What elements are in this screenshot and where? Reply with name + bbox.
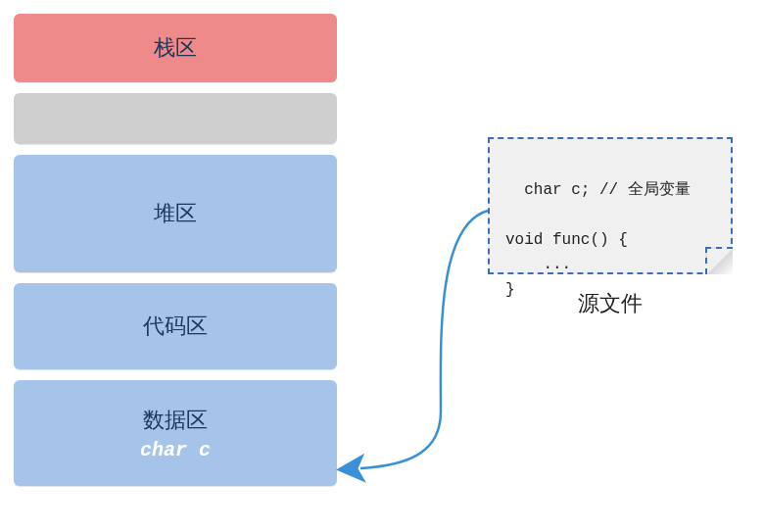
source-code: char c; // 全局变量 void func() { ... } bbox=[505, 181, 691, 299]
source-file-label: 源文件 bbox=[488, 289, 733, 318]
source-file-box: char c; // 全局变量 void func() { ... } bbox=[488, 137, 733, 274]
code-region: 代码区 bbox=[14, 283, 337, 369]
heap-region: 堆区 bbox=[14, 155, 337, 272]
memory-layout: 栈区 堆区 代码区 数据区 char c bbox=[14, 14, 337, 497]
region-label: 数据区 bbox=[143, 406, 208, 435]
data-variable: char c bbox=[140, 439, 211, 461]
page-curl-icon bbox=[705, 247, 733, 274]
region-label: 栈区 bbox=[154, 33, 197, 63]
region-label: 代码区 bbox=[143, 312, 208, 341]
region-label: 堆区 bbox=[154, 199, 197, 228]
gap-region bbox=[14, 93, 337, 144]
stack-region: 栈区 bbox=[14, 14, 337, 82]
data-region: 数据区 char c bbox=[14, 380, 337, 486]
